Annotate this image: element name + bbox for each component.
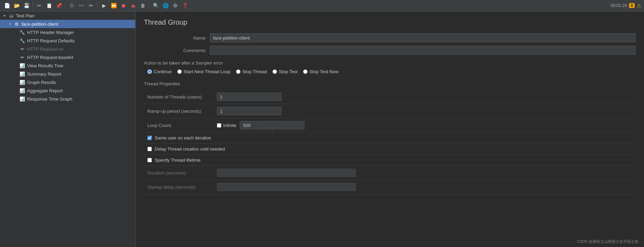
ramp-up-row: Ramp-up period (seconds):	[144, 104, 636, 118]
sidebar-item-summary-report[interactable]: 📊Summary Report	[0, 70, 135, 78]
network-button[interactable]: 🌐	[161, 1, 170, 10]
comments-input[interactable]	[210, 46, 636, 55]
radio-stop-test-now[interactable]: Stop Test Now	[303, 69, 339, 74]
sidebar-item-face-petition-client[interactable]: ▼⚙face-petition-client	[0, 20, 135, 28]
action-section-label: Action to be taken after a Sampler error	[144, 60, 636, 66]
save-button[interactable]: 💾	[22, 1, 31, 10]
expand-button[interactable]: ➕	[67, 1, 76, 10]
ramp-up-input[interactable]	[217, 107, 282, 115]
radio-stop-test-input[interactable]	[272, 69, 277, 74]
content-panel: Thread Group Name: Comments: Action to b…	[136, 11, 644, 247]
new-button[interactable]: 📄	[3, 1, 11, 10]
copy-button[interactable]: 📋	[45, 1, 53, 10]
run-remote-button[interactable]: ⏩	[109, 1, 118, 10]
separator-2	[65, 2, 65, 9]
tree-arrow-icon: ▼	[8, 22, 12, 26]
startup-delay-row: Startup delay (seconds):	[144, 180, 636, 194]
sidebar-item-http-header-manager[interactable]: 🔧HTTP Header Manager	[0, 28, 135, 36]
loop-count-label: Loop Count:	[144, 123, 213, 128]
tree-arrow-icon: ▼	[3, 14, 6, 18]
http-request-url-icon: ✏	[19, 46, 25, 52]
ramp-up-label: Ramp-up period (seconds):	[144, 109, 213, 114]
response-time-graph-icon: 📊	[19, 96, 25, 102]
radio-stop-test[interactable]: Stop Test	[272, 69, 297, 74]
face-petition-client-icon: ⚙	[14, 21, 19, 27]
action-radio-group: Continue Start Next Thread Loop Stop Thr…	[144, 69, 636, 74]
http-request-url-label: HTTP Request-url	[27, 46, 132, 52]
thread-props-label: Thread Properties	[144, 81, 636, 86]
summary-report-icon: 📊	[19, 71, 25, 77]
radio-continue-label: Continue	[154, 69, 172, 74]
sidebar: ▼🗂Test Plan▼⚙face-petition-client🔧HTTP H…	[0, 11, 136, 247]
startup-delay-label: Startup delay (seconds):	[144, 185, 213, 190]
startup-delay-input[interactable]	[217, 183, 356, 191]
test-plan-icon: 🗂	[8, 13, 14, 18]
duration-input[interactable]	[217, 169, 356, 177]
http-request-base64-icon: ✏	[19, 54, 25, 60]
graph-results-label: Graph Results	[27, 80, 132, 85]
footer-hint: CSDN @愚味之山绝望之谷开悟之坡	[577, 239, 638, 244]
http-header-manager-icon: 🔧	[19, 29, 25, 35]
open-button[interactable]: 📂	[13, 1, 21, 10]
name-row: Name:	[144, 33, 636, 42]
radio-stop-thread[interactable]: Stop Thread	[236, 69, 267, 74]
radio-stop-thread-label: Stop Thread	[242, 69, 267, 74]
same-user-row: Same user on each iteration	[144, 133, 636, 144]
http-request-defaults-icon: 🔧	[19, 38, 25, 43]
radio-continue[interactable]: Continue	[147, 69, 172, 74]
cut-button[interactable]: ✂	[35, 1, 43, 10]
loop-count-controls: Infinite	[217, 121, 304, 129]
collapse-button[interactable]: ➖	[77, 1, 85, 10]
toggle-button[interactable]: ✏	[87, 1, 95, 10]
graph-results-icon: 📊	[19, 79, 25, 85]
specify-lifetime-checkbox[interactable]	[147, 158, 152, 162]
radio-start-next[interactable]: Start Next Thread Loop	[177, 69, 230, 74]
help-button[interactable]: ❓	[181, 1, 189, 10]
radio-start-next-label: Start Next Thread Loop	[184, 69, 230, 74]
toolbar-time-area: 00:01:24 0 ⚠	[611, 3, 641, 8]
specify-lifetime-label: Specify Thread lifetime	[155, 157, 201, 163]
http-request-defaults-label: HTTP Request Defaults	[27, 38, 132, 43]
loop-count-row: Loop Count: Infinite	[144, 118, 636, 133]
sidebar-item-aggregate-report[interactable]: 📊Aggregate Report	[0, 86, 135, 95]
run-button[interactable]: ▶	[100, 1, 108, 10]
delay-thread-checkbox[interactable]	[147, 147, 152, 151]
stop-button[interactable]: ⏹	[119, 1, 128, 10]
num-threads-input[interactable]	[217, 93, 282, 101]
clear-button[interactable]: 🗑	[139, 1, 147, 10]
radio-stop-test-now-input[interactable]	[303, 69, 308, 74]
stop-remote-button[interactable]: ⏏	[129, 1, 137, 10]
name-input[interactable]	[210, 33, 636, 42]
drag-handle[interactable]: ⋮	[269, 126, 275, 133]
infinite-checkbox-item[interactable]: Infinite	[217, 123, 236, 128]
sidebar-item-response-time-graph[interactable]: 📊Response Time Graph	[0, 95, 135, 103]
main-layout: ▼🗂Test Plan▼⚙face-petition-client🔧HTTP H…	[0, 11, 644, 247]
radio-stop-thread-input[interactable]	[236, 69, 241, 74]
toolbar: 📄 📂 💾 ✂ 📋 📌 ➕ ➖ ✏ ▶ ⏩ ⏹ ⏏ 🗑 🔍 🌐 ⚙ ❓ 00:0…	[0, 0, 644, 11]
settings-button[interactable]: ⚙	[171, 1, 179, 10]
radio-start-next-input[interactable]	[177, 69, 182, 74]
response-time-graph-label: Response Time Graph	[27, 96, 132, 102]
separator-1	[33, 2, 33, 9]
http-request-base64-label: HTTP Request-base64	[27, 55, 132, 60]
delay-thread-label: Delay Thread creation until needed	[155, 146, 225, 152]
comments-label: Comments:	[144, 48, 206, 53]
paste-button[interactable]: 📌	[55, 1, 63, 10]
sidebar-item-http-request-base64[interactable]: ✏HTTP Request-base64	[0, 53, 135, 61]
infinite-label: Infinite	[223, 123, 236, 128]
search-button[interactable]: 🔍	[152, 1, 160, 10]
comments-row: Comments:	[144, 46, 636, 55]
sidebar-item-view-results-tree[interactable]: 📊View Results Tree	[0, 61, 135, 70]
same-user-checkbox[interactable]	[147, 136, 152, 140]
panel-title: Thread Group	[144, 18, 636, 26]
infinite-checkbox[interactable]	[217, 123, 221, 128]
sidebar-item-http-request-defaults[interactable]: 🔧HTTP Request Defaults	[0, 36, 135, 45]
view-results-tree-icon: 📊	[19, 63, 25, 68]
num-threads-label: Number of Threads (users):	[144, 94, 213, 100]
sidebar-item-graph-results[interactable]: 📊Graph Results	[0, 78, 135, 86]
sidebar-item-http-request-url[interactable]: ✏HTTP Request-url	[0, 45, 135, 53]
radio-stop-test-now-label: Stop Test Now	[309, 69, 339, 74]
http-header-manager-label: HTTP Header Manager	[27, 30, 132, 35]
radio-continue-input[interactable]	[147, 69, 152, 74]
sidebar-item-test-plan[interactable]: ▼🗂Test Plan	[0, 11, 135, 20]
